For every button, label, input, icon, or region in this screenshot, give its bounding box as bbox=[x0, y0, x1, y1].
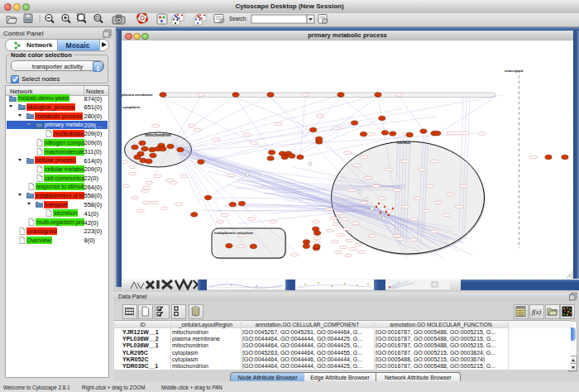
svg-text:mitochondrion: mitochondrion bbox=[145, 133, 171, 137]
svg-text:f(x): f(x) bbox=[532, 308, 541, 316]
svg-text:cytoplasm: cytoplasm bbox=[122, 105, 140, 109]
svg-text:endoplasmic reticulum: endoplasmic reticulum bbox=[214, 231, 253, 235]
svg-text:nucleus: nucleus bbox=[396, 141, 411, 145]
svg-text:plasma membrane: plasma membrane bbox=[122, 93, 153, 97]
svg-text:Search:: Search: bbox=[229, 16, 247, 22]
svg-text:unassigned: unassigned bbox=[505, 69, 524, 73]
